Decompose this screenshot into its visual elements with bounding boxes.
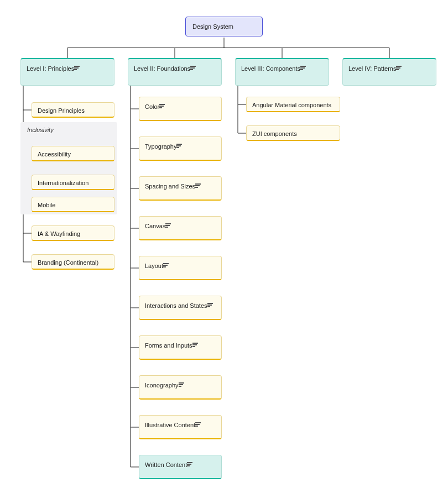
child-label: ZUI components	[252, 130, 297, 137]
child-node[interactable]: Spacing and Sizes	[139, 176, 222, 201]
child-node[interactable]: ZUI components	[246, 125, 340, 141]
note-icon	[300, 66, 306, 71]
child-label: Forms and Inputs	[145, 342, 192, 349]
note-icon	[190, 66, 196, 71]
child-label: Spacing and Sizes	[145, 183, 195, 190]
child-node[interactable]: Interactions and States	[139, 296, 222, 320]
level-title: Level I: Principles	[27, 65, 74, 72]
child-label: Typography	[145, 143, 176, 150]
child-label: Layout	[145, 262, 163, 269]
group-label: Inclusivity	[27, 127, 54, 133]
child-label: IA & Wayfinding	[38, 230, 80, 237]
child-node[interactable]: Internationalization	[32, 175, 114, 190]
child-node[interactable]: Forms and Inputs	[139, 335, 222, 360]
note-icon	[192, 343, 198, 348]
note-icon	[195, 183, 201, 188]
note-icon	[74, 66, 80, 71]
child-node[interactable]: Layout	[139, 256, 222, 280]
child-label: Mobile	[38, 202, 55, 208]
note-icon	[207, 303, 213, 308]
root-node[interactable]: Design System	[185, 17, 263, 36]
child-node[interactable]: Illustrative Content	[139, 415, 222, 439]
level-node[interactable]: Level II: Foundations	[128, 58, 222, 86]
note-icon	[187, 462, 192, 467]
child-node[interactable]: Typography	[139, 136, 222, 161]
level-title: Level II: Foundations	[134, 65, 190, 72]
child-label: Iconography	[145, 382, 179, 389]
note-icon	[163, 263, 169, 268]
child-label: Interactions and States	[145, 302, 207, 309]
level-node[interactable]: Level I: Principles	[20, 58, 114, 86]
child-label: Angular Material components	[252, 102, 331, 108]
level-node[interactable]: Level III: Components	[235, 58, 329, 86]
child-label: Color	[145, 103, 159, 110]
level-node[interactable]: Level IV: Patterns	[342, 58, 436, 86]
child-label: Canvas	[145, 223, 165, 229]
child-node[interactable]: Branding (Continental)	[32, 254, 114, 270]
child-node[interactable]: Design Principles	[32, 102, 114, 118]
note-icon	[179, 382, 184, 387]
child-node[interactable]: Mobile	[32, 197, 114, 212]
level-title: Level III: Components	[241, 65, 300, 72]
level-title: Level IV: Patterns	[348, 65, 396, 72]
child-label: Written Content	[145, 461, 187, 468]
note-icon	[165, 223, 171, 228]
child-node[interactable]: Angular Material components	[246, 97, 340, 112]
child-label: Internationalization	[38, 180, 88, 186]
note-icon	[159, 104, 165, 109]
note-icon	[195, 422, 201, 427]
child-node[interactable]: Color	[139, 97, 222, 121]
note-icon	[396, 66, 402, 71]
child-node[interactable]: Accessibility	[32, 146, 114, 161]
child-node[interactable]: IA & Wayfinding	[32, 225, 114, 241]
child-node[interactable]: Iconography	[139, 375, 222, 400]
child-label: Design Principles	[38, 107, 85, 114]
note-icon	[176, 144, 182, 149]
child-label: Illustrative Content	[145, 422, 195, 428]
child-label: Branding (Continental)	[38, 259, 98, 266]
child-node[interactable]: Written Content	[139, 455, 222, 479]
child-label: Accessibility	[38, 151, 71, 158]
root-label: Design System	[192, 23, 233, 30]
child-node[interactable]: Canvas	[139, 216, 222, 240]
